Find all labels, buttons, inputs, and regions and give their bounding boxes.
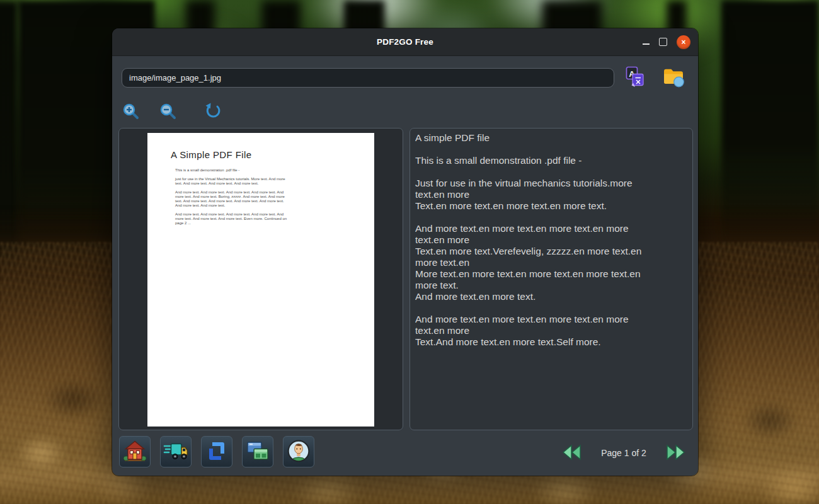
rotate-button[interactable] [204,102,222,120]
pdf-page-title: A Simple PDF File [171,149,252,160]
pdf-page-body: This is a small demonstration .pdf file … [175,168,289,230]
rotate-icon [204,112,222,122]
windows-icon [246,441,269,463]
home-icon [123,440,147,464]
pdf-page: A Simple PDF File This is a small demons… [147,133,374,427]
close-button[interactable]: × [677,35,690,49]
zoom-out-icon [159,113,177,122]
double-right-arrow-icon [665,453,686,462]
crop-icon [206,440,227,464]
translate-ocr-icon: A [626,80,644,89]
desktop: PDF2GO Free × A [0,0,819,504]
page-indicator: Page 1 of 2 [586,446,662,460]
window-controls: × [643,28,690,55]
minimize-button[interactable] [643,43,650,45]
profile-button[interactable] [283,436,314,467]
app-window: PDF2GO Free × A [112,28,698,476]
double-left-arrow-icon [561,453,583,462]
extracted-text: A simple PDF file This is a small demons… [415,132,688,426]
zoom-in-button[interactable] [122,103,140,120]
delivery-button[interactable] [160,436,192,467]
pdf-paragraph: just for use in the Virtual Mechanics tu… [175,177,289,186]
avatar-icon [287,439,311,465]
extracted-text-panel[interactable]: A simple PDF file This is a small demons… [410,128,693,430]
pdf-paragraph: And more text. And more text. And more t… [175,212,289,226]
next-page-button[interactable] [664,444,687,462]
open-file-button[interactable] [662,65,685,89]
windows-layout-button[interactable] [242,436,273,467]
window-title: PDF2GO Free [377,37,433,47]
home-button[interactable] [119,436,151,467]
pdf-preview-panel[interactable]: A Simple PDF File This is a small demons… [118,128,403,430]
zoom-out-button[interactable] [159,103,177,120]
maximize-button[interactable] [659,38,667,46]
titlebar[interactable]: PDF2GO Free × [112,28,698,56]
file-path-input[interactable] [122,68,614,88]
pdf-paragraph: And more text. And more text. And more t… [175,190,289,208]
pdf-paragraph: This is a small demonstration .pdf file … [175,168,289,173]
zoom-in-icon [122,113,140,122]
crop-button[interactable] [201,436,232,467]
previous-page-button[interactable] [561,444,583,462]
translate-ocr-button[interactable]: A [626,66,644,88]
open-folder-icon [662,81,685,91]
truck-icon [163,441,188,463]
